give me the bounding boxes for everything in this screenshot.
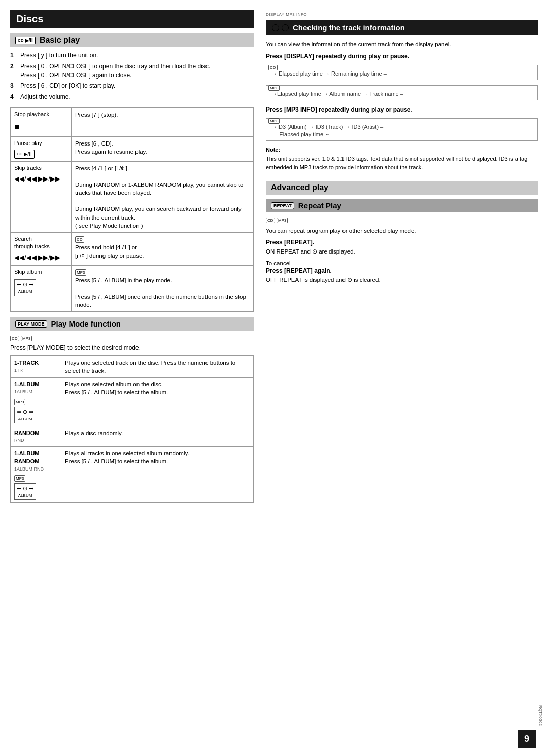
table-row: 1-TRACK 1TR Plays one selected track on … xyxy=(11,356,254,378)
repeat-description: You can repeat program play or other sel… xyxy=(266,227,538,235)
basic-play-steps: 1 Press [ y ] to turn the unit on. 2 Pre… xyxy=(10,51,254,101)
circle-icon-1 xyxy=(272,24,279,31)
off-display-text: OFF REPEAT is displayed and ⊙ is cleared… xyxy=(266,276,538,283)
basic-play-header: CD ▶/II Basic play xyxy=(10,33,254,47)
step-4: 4 Adjust the volume. xyxy=(10,93,254,101)
cd-flow-tag: CD xyxy=(268,65,278,70)
display-mp3-label: DISPLAY MP3 INFO xyxy=(266,10,538,17)
repeat-tags: CD MP3 xyxy=(266,217,538,224)
table-row: Searchthrough tracks ◀◀/◀◀ ▶▶/▶▶ CD Pres… xyxy=(11,232,254,265)
check-track-description: You can view the information of the curr… xyxy=(266,40,538,48)
play-mode-description: Press [PLAY MODE] to select the desired … xyxy=(10,344,254,351)
play-mode-tags: CD MP3 xyxy=(10,335,254,342)
circle-icon-2 xyxy=(282,24,289,31)
page-number: 9 xyxy=(518,730,536,748)
page-layout: Discs CD ▶/II Basic play 1 Press [ y ] t… xyxy=(10,10,538,503)
repeat-play-header: REPEAT Repeat Play xyxy=(266,199,538,212)
press-mp3-text: Press [MP3 INFO] repeatedly during play … xyxy=(266,105,538,114)
table-row: 1-ALBUM 1ALBUM MP3 ⬅ ⊙ ➡ ALBUM Plays one… xyxy=(11,378,254,426)
table-row: Stop playback ■ Press [7 ] (stop). xyxy=(11,107,254,136)
mp3-info-flow-box: MP3 →ID3 (Album) → ID3 (Track) → ID3 (Ar… xyxy=(266,118,538,141)
cd-repeat-tag: CD xyxy=(266,218,275,223)
press-repeat-text: Press [REPEAT]. xyxy=(266,239,538,246)
repeat-badge: REPEAT xyxy=(271,202,294,209)
left-column: Discs CD ▶/II Basic play 1 Press [ y ] t… xyxy=(10,10,254,503)
step-2: 2 Press [ 0 , OPEN/CLOSE] to open the di… xyxy=(10,62,254,80)
step-1: 1 Press [ y ] to turn the unit on. xyxy=(10,51,254,60)
mp3-repeat-tag: MP3 xyxy=(277,218,288,223)
cd-play-icon: CD ▶/II xyxy=(15,37,36,44)
table-row: Pause play CD ▶/II Press [6 , CD].Press … xyxy=(11,136,254,161)
pause-play-icon: CD ▶/II xyxy=(14,150,35,159)
discs-section-title: Discs xyxy=(10,10,254,28)
mp3-tag: MP3 xyxy=(75,269,86,276)
cd-tag: CD xyxy=(75,236,84,243)
mp3-flow-box: MP3 →Elapsed play time → Album name → Tr… xyxy=(266,85,538,100)
table-row: 1-ALBUMRANDOM 1ALBUM RND MP3 ⬅ ⊙ ➡ ALBUM… xyxy=(11,446,254,502)
check-track-header: Checking the track information xyxy=(266,20,538,35)
note-section: Note: This unit supports ver. 1.0 & 1.1 … xyxy=(266,146,538,171)
play-mode-table: 1-TRACK 1TR Plays one selected track on … xyxy=(10,355,254,503)
table-row: RANDOM RND Plays a disc randomly. xyxy=(11,426,254,446)
play-mode-header: PLAY MODE Play Mode function xyxy=(10,317,254,331)
table-row: Skip tracks ◀◀/◀◀ ▶▶/▶▶ Press [4 /1 ] or… xyxy=(11,161,254,232)
right-column: DISPLAY MP3 INFO Checking the track info… xyxy=(266,10,538,503)
mp3-info-flow-tag: MP3 xyxy=(268,118,280,124)
mp3-tag-2: MP3 xyxy=(14,399,25,405)
playmode-badge: PLAY MODE xyxy=(15,320,47,328)
to-cancel-label: To cancel xyxy=(266,260,538,266)
advanced-play-header: Advanced play xyxy=(266,181,538,195)
press-repeat-again-text: Press [REPEAT] again. xyxy=(266,267,538,274)
cd-tag: CD xyxy=(10,336,19,341)
mp3-flow-tag: MP3 xyxy=(268,85,280,91)
cd-flow-box: CD → Elapsed play time → Remaining play … xyxy=(266,65,538,80)
table-row: Skip album ⬅ ⊙ ➡ ALBUM MP3 Press [5 / , … xyxy=(11,265,254,311)
mp3-tag-3: MP3 xyxy=(14,475,25,482)
basic-play-table: Stop playback ■ Press [7 ] (stop). Pause… xyxy=(10,107,254,312)
mp3-tag: MP3 xyxy=(21,336,32,341)
model-code: RQTX0262 xyxy=(538,705,543,726)
on-display-text: ON REPEAT and ⊙ are displayed. xyxy=(266,248,538,255)
step-3: 3 Press [ 6 , CD] or [OK] to start play. xyxy=(10,82,254,90)
press-display-text: Press [DISPLAY] repeatedly during play o… xyxy=(266,52,538,61)
